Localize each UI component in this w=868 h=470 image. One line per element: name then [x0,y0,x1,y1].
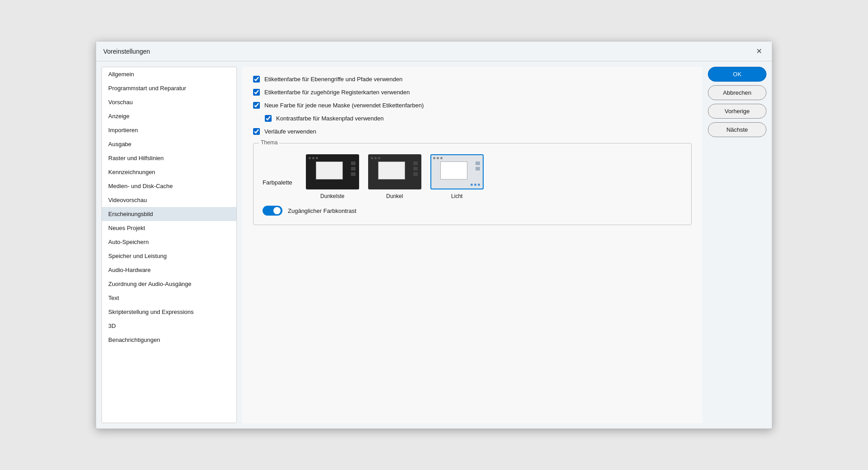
checkbox-kontrastfarbe[interactable] [265,115,272,122]
thumb-right-icons-licht [476,161,480,170]
title-bar: Voreinstellungen ✕ [96,41,772,61]
palette-dunkel[interactable]: Dunkel [368,154,421,199]
sidebar-item-medien--und-disk-cache[interactable]: Medien- und Disk-Cache [102,179,236,193]
main-content: Etikettenfarbe für Ebenengriffe und Pfad… [242,67,702,423]
checkbox-etikettenfarbe-registerkarten[interactable] [253,89,260,96]
dot [371,157,373,159]
checkbox-label-4: Kontrastfarbe für Maskenpfad verwenden [276,115,383,122]
sidebar-item-ausgabe[interactable]: Ausgabe [102,137,236,151]
palette-name-dunkel: Dunkel [386,193,403,199]
sidebar-item-programmstart-und-reparatur[interactable]: Programmstart und Reparatur [102,81,236,95]
theme-palettes: Farbpalette [263,154,682,199]
blue-dot [474,184,476,186]
theme-section: Thema Farbpalette [253,143,692,225]
thumb-right-icons-dunkelste [351,161,356,176]
content-area: Etikettenfarbe für Ebenengriffe und Pfad… [242,67,702,423]
sidebar-item-anzeige[interactable]: Anzeige [102,109,236,123]
thumb-inner-licht [440,161,467,180]
toggle-switch-farbkontrast[interactable] [263,206,282,216]
sidebar-item-neues-projekt[interactable]: Neues Projekt [102,221,236,235]
checkbox-row-5: Verläufe verwenden [253,128,692,135]
thumb-icon [351,167,356,170]
checkbox-etikettenfarbe-ebenen[interactable] [253,76,260,83]
sidebar: AllgemeinProgrammstart und ReparaturVors… [102,67,237,423]
preferences-dialog: Voreinstellungen ✕ AllgemeinProgrammstar… [96,41,772,429]
checkbox-label-2: Etikettenfarbe für zugehörige Registerka… [264,89,410,96]
checkbox-row-2: Etikettenfarbe für zugehörige Registerka… [253,89,692,96]
dot [316,157,318,159]
thumb-icon [476,161,480,165]
dot [437,157,439,159]
thumb-icon [413,167,418,170]
checkbox-verlaeufe[interactable] [253,128,260,135]
checkbox-label-3: Neue Farbe für jede neue Maske (verwende… [264,102,424,109]
checkbox-label-1: Etikettenfarbe für Ebenengriffe und Pfad… [264,76,402,83]
checkbox-row-1: Etikettenfarbe für Ebenengriffe und Pfad… [253,76,692,83]
sidebar-item-skripterstellung-und-expressions[interactable]: Skripterstellung und Expressions [102,305,236,319]
thumb-icon [351,161,356,165]
dot [374,157,377,159]
theme-section-label: Thema [259,139,279,146]
thumb-icon [413,161,418,165]
thumb-icon [351,172,356,176]
thumb-icon [413,172,418,176]
dot [309,157,311,159]
thumb-blue-dots-licht [471,184,480,186]
dot [440,157,443,159]
thumb-dots-top-dunkel [371,157,380,159]
palette-section-label: Farbpalette [263,154,292,186]
next-button[interactable]: Nächste [708,122,766,137]
thumb-inner-dunkelste [316,161,343,180]
sidebar-item-erscheinungsbild[interactable]: Erscheinungsbild [102,207,236,221]
sidebar-item-auto-speichern[interactable]: Auto-Speichern [102,235,236,249]
checkbox-label-5: Verläufe verwenden [264,128,316,135]
palette-name-dunkelste: Dunkelste [320,193,344,199]
dot [378,157,380,159]
checkbox-neue-farbe-maske[interactable] [253,102,260,109]
thumb-inner-dunkel [378,161,405,180]
sidebar-item-importieren[interactable]: Importieren [102,123,236,137]
palette-licht[interactable]: Licht [430,154,484,199]
toggle-track [263,206,282,216]
dialog-title: Voreinstellungen [103,48,150,55]
dot [312,157,314,159]
sidebar-item-vorschau[interactable]: Vorschau [102,95,236,109]
sidebar-item-allgemein[interactable]: Allgemein [102,67,236,81]
palette-dunkelste[interactable]: Dunkelste [306,154,359,199]
sidebar-item-raster-und-hilfslinien[interactable]: Raster und Hilfslinien [102,151,236,165]
cancel-button[interactable]: Abbrechen [708,85,766,100]
sidebar-item-benachrichtigungen[interactable]: Benachrichtigungen [102,333,236,347]
previous-button[interactable]: Vorherige [708,104,766,119]
thumb-dots-top-dunkelste [309,157,318,159]
palette-thumbnail-licht [430,154,484,189]
sidebar-item-zuordnung-der-audio-ausgänge[interactable]: Zuordnung der Audio-Ausgänge [102,277,236,291]
close-button[interactable]: ✕ [753,46,765,56]
palette-thumbnail-dunkelste [306,154,359,189]
action-buttons-panel: OK Abbrechen Vorherige Nächste [708,67,766,423]
blue-dot [471,184,473,186]
dot [433,157,435,159]
thumb-dots-top-licht [433,157,443,159]
toggle-row: Zugänglicher Farbkontrast [263,206,682,216]
checkbox-row-4: Kontrastfarbe für Maskenpfad verwenden [265,115,692,122]
sidebar-item-speicher-und-leistung[interactable]: Speicher und Leistung [102,249,236,263]
blue-dot [478,184,480,186]
palette-thumbnail-dunkel [368,154,421,189]
checkbox-row-3: Neue Farbe für jede neue Maske (verwende… [253,102,692,109]
dialog-body: AllgemeinProgrammstart und ReparaturVors… [96,61,772,429]
thumb-right-icons-dunkel [413,161,418,176]
toggle-label-farbkontrast: Zugänglicher Farbkontrast [288,207,356,214]
palette-name-licht: Licht [451,193,462,199]
thumb-icon [476,167,480,170]
sidebar-item-text[interactable]: Text [102,291,236,305]
sidebar-item-3d[interactable]: 3D [102,319,236,333]
sidebar-item-kennzeichnungen[interactable]: Kennzeichnungen [102,165,236,179]
toggle-thumb [273,207,281,214]
ok-button[interactable]: OK [708,67,766,82]
sidebar-item-audio-hardware[interactable]: Audio-Hardware [102,263,236,277]
sidebar-item-videovorschau[interactable]: Videovorschau [102,193,236,207]
